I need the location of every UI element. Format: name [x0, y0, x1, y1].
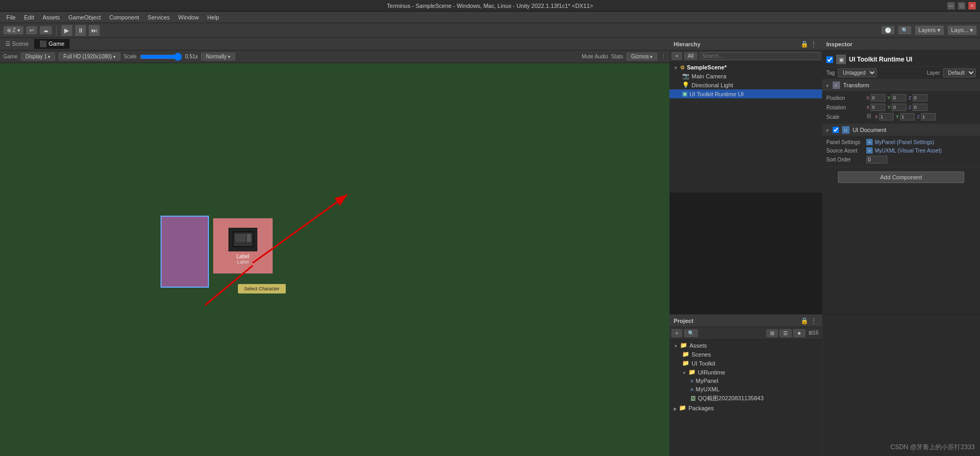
inspector-content: ▣ UI Toolkit Runtime UI Tag Untagged Lay… [822, 50, 980, 314]
left-area: ☰ Scene ⬛ Game Game Display 1 ▾ Full HD … [0, 38, 669, 456]
hierarchy-ui-item[interactable]: ▣ UI Toolkit Runtime UI [669, 89, 822, 98]
tag-dropdown[interactable]: Untagged [838, 68, 877, 77]
normally-btn[interactable]: Normally ▾ [201, 53, 235, 60]
transform-header[interactable]: ⤢ Transform [822, 79, 980, 91]
project-assets-folder[interactable]: 📁 Assets [669, 341, 822, 350]
menu-assets[interactable]: Assets [38, 13, 64, 22]
panel-settings-row: Panel Settings ≡ MyPanel (Panel Settings… [826, 138, 976, 146]
hierarchy-scene-item[interactable]: ⚙ SampleScene* [669, 63, 822, 72]
ui-doc-checkbox[interactable] [833, 127, 839, 133]
mute-audio-label[interactable]: Mute Audio [582, 54, 608, 59]
project-packages-folder[interactable]: 📁 Packages [669, 403, 822, 412]
project-uiruntime-folder[interactable]: 📁 UIRuntime [669, 368, 822, 377]
tab-scene[interactable]: ☰ Scene [0, 39, 34, 49]
project-qq-item[interactable]: 🖼 QQ截图20220831135843 [669, 393, 822, 403]
game-menu-dots[interactable]: ⋮ [661, 53, 666, 60]
uiruntime-chevron [682, 369, 686, 376]
rot-y-input[interactable] [892, 104, 906, 111]
ui-label: UI Toolkit Runtime UI [689, 91, 744, 97]
project-scenes-folder[interactable]: 📁 Scenes [669, 350, 822, 359]
menu-edit[interactable]: Edit [20, 13, 38, 22]
scale-z-input[interactable] [921, 113, 936, 120]
layer-dropdown[interactable]: Default [943, 68, 976, 77]
minimize-button[interactable]: — [947, 2, 955, 9]
search-btn[interactable]: 🔍 [898, 26, 912, 35]
scale-x-input[interactable] [879, 113, 894, 120]
transform-name: Transform [843, 82, 977, 88]
uiruntime-label: UIRuntime [698, 369, 725, 376]
hierarchy-lock-icon[interactable]: 🔒 [799, 40, 809, 48]
rot-x: X [866, 104, 885, 111]
rot-z-input[interactable] [913, 104, 927, 111]
display-btn[interactable]: Display 1 ▾ [21, 53, 55, 60]
game-viewport: Label Label Select Character [0, 63, 669, 456]
close-button[interactable]: ✕ [968, 2, 976, 9]
project-uitoolkit-folder[interactable]: 📁 UI Toolkit [669, 359, 822, 368]
scale-label: Scale [826, 114, 863, 120]
ui-document-header[interactable]: U UI Document [822, 124, 980, 136]
scale-row: Scale ⛓ X Y [826, 112, 976, 121]
sort-order-input[interactable] [866, 156, 887, 164]
pos-y-input[interactable] [892, 94, 906, 102]
hierarchy-search[interactable] [699, 52, 820, 60]
tag-layer-row: Tag Untagged Layer Default [822, 67, 980, 79]
menu-component[interactable]: Component [105, 13, 143, 22]
mypanel-label: MyPanel [696, 378, 718, 384]
scenes-icon: 📁 [682, 351, 689, 358]
uitoolkit-icon: 📁 [682, 360, 689, 367]
layers-dropdown[interactable]: Layers ▾ [915, 25, 944, 35]
add-component-button[interactable]: Add Component [838, 171, 964, 183]
scale-y-input[interactable] [900, 113, 915, 120]
project-list-btn[interactable]: ☰ [779, 329, 792, 337]
hierarchy-light-item[interactable]: 💡 Directional Light [669, 80, 822, 89]
z-button[interactable]: ⊕ Z ▾ [3, 26, 24, 35]
top-right-panels: Hierarchy 🔒 ⋮ + All ⚙ SampleScene* [669, 38, 980, 314]
project-mypanel-item[interactable]: ≡ MyPanel [669, 377, 822, 385]
pink-card: Label Label [213, 218, 273, 273]
hierarchy-all-btn[interactable]: All [684, 52, 697, 60]
menu-gameobject[interactable]: GameObject [64, 13, 105, 22]
project-star-btn[interactable]: ★ [793, 329, 805, 337]
layout-dropdown[interactable]: Layo... ▾ [947, 25, 977, 35]
gizmos-btn[interactable]: Gizmos ▾ [626, 53, 657, 60]
rot-z-label: Z [908, 105, 912, 110]
project-add-btn[interactable]: + [672, 329, 682, 337]
project-search-btn[interactable]: 🔍 [684, 329, 698, 337]
pos-z-input[interactable] [913, 94, 927, 102]
pause-button[interactable]: ⏸ [75, 25, 86, 36]
packages-label: Packages [688, 405, 714, 411]
menu-file[interactable]: File [2, 13, 20, 22]
hierarchy-panel: Hierarchy 🔒 ⋮ + All ⚙ SampleScene* [669, 38, 822, 193]
history-btn[interactable]: 🕐 [881, 26, 895, 35]
pos-x-label: X [866, 95, 869, 100]
project-menu-icon[interactable]: ⋮ [809, 317, 818, 325]
assets-label: Assets [689, 342, 707, 349]
project-toolbar-right: ⊞ ☰ ★ ⊞16 [766, 329, 820, 337]
scale-slider[interactable] [140, 53, 182, 61]
project-lock-icon[interactable]: 🔒 [799, 317, 809, 325]
resolution-btn[interactable]: Full HD (1920x1080) ▾ [58, 53, 120, 60]
project-grid-btn[interactable]: ⊞ [766, 329, 778, 337]
scale-x: X [875, 113, 894, 120]
rot-x-input[interactable] [871, 104, 885, 111]
inspector-title: Inspector [826, 41, 976, 47]
maximize-button[interactable]: □ [958, 2, 965, 9]
hierarchy-add-btn[interactable]: + [672, 52, 682, 60]
hierarchy-camera-item[interactable]: 📷 Main Camera [669, 72, 822, 80]
play-button[interactable]: ▶ [61, 25, 73, 36]
menu-services[interactable]: Services [143, 13, 174, 22]
undo-btn[interactable]: ↩ [26, 26, 37, 35]
cloud-btn[interactable]: ☁ [39, 26, 52, 35]
card-sublabel: Label [237, 259, 248, 265]
qq-label: QQ截图20220831135843 [698, 394, 764, 402]
pos-x-input[interactable] [871, 94, 885, 102]
project-myuxml-item[interactable]: ≡ MyUXML [669, 385, 822, 393]
step-button[interactable]: ⏭ [88, 25, 100, 36]
tab-game[interactable]: ⬛ Game [34, 39, 70, 49]
hierarchy-menu-icon[interactable]: ⋮ [809, 40, 818, 48]
stats-label[interactable]: Stats [611, 54, 623, 59]
select-character-button[interactable]: Select Character [238, 284, 286, 293]
menu-window[interactable]: Window [174, 13, 203, 22]
menu-help[interactable]: Help [203, 13, 224, 22]
object-active-checkbox[interactable] [826, 56, 833, 63]
